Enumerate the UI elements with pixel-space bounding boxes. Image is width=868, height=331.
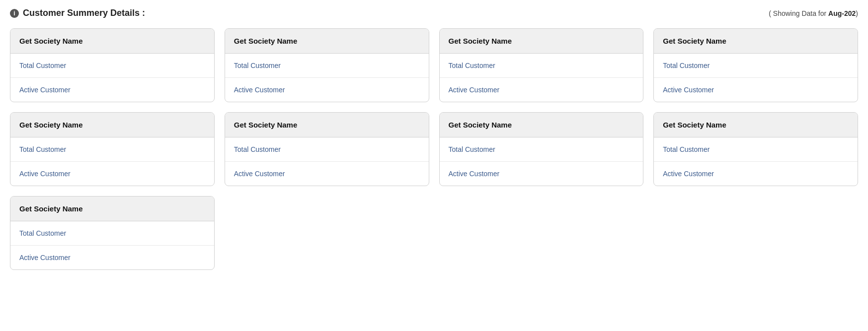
page-title: Customer Summery Details : xyxy=(23,8,145,18)
page-header: i Customer Summery Details : ( Showing D… xyxy=(10,8,858,18)
card-header-card-2-1: Get Society Name xyxy=(10,113,214,137)
card-header-card-2-2: Get Society Name xyxy=(225,113,429,137)
total-customer-row-card-2-2: Total Customer xyxy=(225,137,429,162)
total-customer-row-card-1-4: Total Customer xyxy=(654,54,858,78)
total-customer-row-card-1-1: Total Customer xyxy=(10,54,214,78)
cards-row-3: Get Society Name Total Customer Active C… xyxy=(10,196,858,270)
total-customer-row-card-3-1: Total Customer xyxy=(10,221,214,246)
active-customer-row-card-1-3: Active Customer xyxy=(440,78,643,102)
active-customer-row-card-1-2: Active Customer xyxy=(225,78,429,102)
total-customer-row-card-1-2: Total Customer xyxy=(225,54,429,78)
showing-data-text: ( Showing Data for Aug-202) xyxy=(769,9,858,17)
total-customer-row-card-2-3: Total Customer xyxy=(440,137,643,162)
society-card-card-1-1: Get Society Name Total Customer Active C… xyxy=(10,28,215,102)
society-card-card-1-4: Get Society Name Total Customer Active C… xyxy=(653,28,858,102)
card-header-card-2-4: Get Society Name xyxy=(654,113,858,137)
title-container: i Customer Summery Details : xyxy=(10,8,145,18)
society-card-card-2-2: Get Society Name Total Customer Active C… xyxy=(225,112,429,186)
info-icon: i xyxy=(10,9,19,18)
active-customer-row-card-2-2: Active Customer xyxy=(225,162,429,186)
society-card-card-1-3: Get Society Name Total Customer Active C… xyxy=(439,28,644,102)
card-header-card-1-3: Get Society Name xyxy=(440,29,643,54)
card-header-card-1-4: Get Society Name xyxy=(654,29,858,54)
society-card-card-2-3: Get Society Name Total Customer Active C… xyxy=(439,112,644,186)
card-header-card-1-1: Get Society Name xyxy=(10,29,214,54)
cards-row-1: Get Society Name Total Customer Active C… xyxy=(10,28,858,102)
active-customer-row-card-3-1: Active Customer xyxy=(10,246,214,269)
active-customer-row-card-1-1: Active Customer xyxy=(10,78,214,102)
total-customer-row-card-2-1: Total Customer xyxy=(10,137,214,162)
active-customer-row-card-2-4: Active Customer xyxy=(654,162,858,186)
active-customer-row-card-2-1: Active Customer xyxy=(10,162,214,186)
cards-row-2: Get Society Name Total Customer Active C… xyxy=(10,112,858,186)
active-customer-row-card-2-3: Active Customer xyxy=(440,162,643,186)
active-customer-row-card-1-4: Active Customer xyxy=(654,78,858,102)
society-card-card-2-1: Get Society Name Total Customer Active C… xyxy=(10,112,215,186)
total-customer-row-card-1-3: Total Customer xyxy=(440,54,643,78)
society-card-card-1-2: Get Society Name Total Customer Active C… xyxy=(225,28,429,102)
card-header-card-2-3: Get Society Name xyxy=(440,113,643,137)
card-header-card-3-1: Get Society Name xyxy=(10,197,214,221)
society-card-card-3-1: Get Society Name Total Customer Active C… xyxy=(10,196,215,270)
card-header-card-1-2: Get Society Name xyxy=(225,29,429,54)
page-container: i Customer Summery Details : ( Showing D… xyxy=(0,0,868,331)
society-card-card-2-4: Get Society Name Total Customer Active C… xyxy=(653,112,858,186)
total-customer-row-card-2-4: Total Customer xyxy=(654,137,858,162)
